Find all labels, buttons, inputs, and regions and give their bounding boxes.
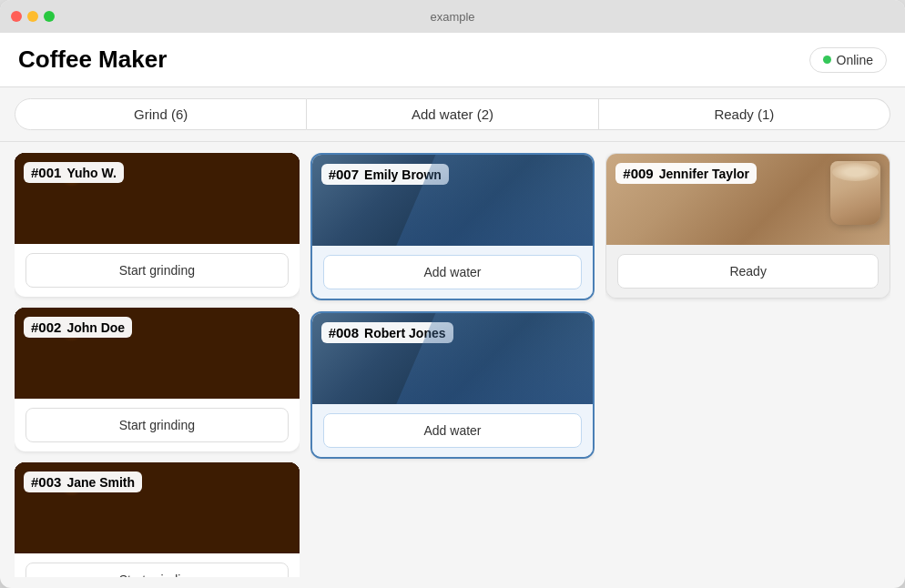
card-008: #008 Robert Jones Add water <box>310 311 595 459</box>
column-grind: #001 Yuho W. Start grinding #002 John Do… <box>15 153 300 577</box>
tab-grind[interactable]: Grind (6) <box>15 98 307 130</box>
app-title: Coffee Maker <box>18 46 167 74</box>
card-001-image: #001 Yuho W. <box>15 153 300 244</box>
column-ready: #009 Jennifer Taylor Ready <box>605 153 890 577</box>
traffic-lights <box>11 11 55 22</box>
columns-container: #001 Yuho W. Start grinding #002 John Do… <box>0 142 905 588</box>
tab-water[interactable]: Add water (2) <box>307 98 598 130</box>
header: Coffee Maker Online <box>0 33 905 87</box>
card-009-number: #009 <box>623 166 653 181</box>
column-water: #007 Emily Brown Add water #008 Robert J… <box>310 153 595 577</box>
titlebar: example <box>0 0 905 33</box>
card-009-image: #009 Jennifer Taylor <box>606 154 890 245</box>
card-009-name: Jennifer Taylor <box>659 167 749 181</box>
card-001-number: #001 <box>31 165 61 180</box>
card-003-footer: Start grinding <box>15 553 300 577</box>
card-002-footer: Start grinding <box>15 399 300 451</box>
card-002-image: #002 John Doe <box>15 308 300 399</box>
card-003-badge: #003 Jane Smith <box>24 471 142 492</box>
card-002-number: #002 <box>31 319 61 335</box>
online-dot <box>823 56 831 64</box>
card-009: #009 Jennifer Taylor Ready <box>605 153 890 299</box>
card-008-footer: Add water <box>312 404 594 457</box>
close-button[interactable] <box>11 11 22 22</box>
card-009-button[interactable]: Ready <box>617 254 879 289</box>
card-007: #007 Emily Brown Add water <box>310 153 595 300</box>
card-009-footer: Ready <box>606 245 890 298</box>
card-008-image: #008 Robert Jones <box>312 313 594 404</box>
card-001: #001 Yuho W. Start grinding <box>15 153 300 297</box>
status-badge: Online <box>809 47 887 73</box>
card-003-number: #003 <box>31 474 61 490</box>
card-001-button[interactable]: Start grinding <box>25 253 289 288</box>
card-003-button[interactable]: Start grinding <box>25 563 289 577</box>
card-002: #002 John Doe Start grinding <box>15 308 300 451</box>
card-003-name: Jane Smith <box>66 475 135 490</box>
tab-ready[interactable]: Ready (1) <box>599 98 890 130</box>
tabs-bar: Grind (6) Add water (2) Ready (1) <box>0 87 905 142</box>
card-001-name: Yuho W. <box>66 166 116 180</box>
minimize-button[interactable] <box>27 11 38 22</box>
fullscreen-button[interactable] <box>44 11 55 22</box>
card-007-number: #007 <box>329 167 359 182</box>
card-007-footer: Add water <box>312 246 594 299</box>
card-002-button[interactable]: Start grinding <box>25 408 289 442</box>
card-003-image: #003 Jane Smith <box>15 462 300 553</box>
app-window: example Coffee Maker Online Grind (6) Ad… <box>0 0 905 588</box>
latte-top <box>832 163 879 181</box>
card-007-button[interactable]: Add water <box>323 255 583 289</box>
status-label: Online <box>837 53 873 67</box>
card-007-image: #007 Emily Brown <box>312 155 594 246</box>
card-008-button[interactable]: Add water <box>323 413 583 448</box>
card-001-footer: Start grinding <box>15 244 300 297</box>
card-003: #003 Jane Smith Start grinding <box>15 462 300 577</box>
titlebar-title: example <box>430 10 474 24</box>
card-002-badge: #002 John Doe <box>24 317 132 338</box>
card-008-number: #008 <box>329 325 359 340</box>
card-002-name: John Doe <box>66 320 125 335</box>
card-001-badge: #001 Yuho W. <box>24 162 124 183</box>
card-009-badge: #009 Jennifer Taylor <box>615 163 757 184</box>
